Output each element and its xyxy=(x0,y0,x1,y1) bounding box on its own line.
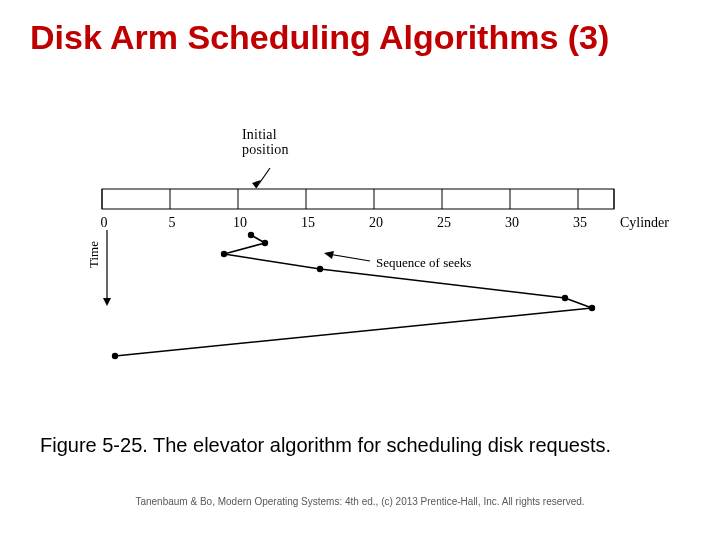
svg-point-18 xyxy=(221,251,227,257)
figure-caption: Figure 5-25. The elevator algorithm for … xyxy=(40,434,700,457)
svg-point-20 xyxy=(562,295,568,301)
svg-point-19 xyxy=(317,266,323,272)
figure-diagram xyxy=(80,130,640,390)
svg-point-16 xyxy=(248,232,254,238)
svg-marker-15 xyxy=(324,251,334,259)
svg-point-17 xyxy=(262,240,268,246)
copyright-footer: Tanenbaum & Bo, Modern Operating Systems… xyxy=(0,496,720,507)
slide: Disk Arm Scheduling Algorithms (3) Initi… xyxy=(0,0,720,540)
svg-line-0 xyxy=(256,168,270,188)
svg-point-22 xyxy=(112,353,118,359)
svg-line-14 xyxy=(328,254,370,261)
svg-rect-2 xyxy=(102,189,614,209)
page-title: Disk Arm Scheduling Algorithms (3) xyxy=(30,18,690,57)
svg-marker-1 xyxy=(252,180,261,188)
svg-marker-13 xyxy=(103,298,111,306)
svg-point-21 xyxy=(589,305,595,311)
